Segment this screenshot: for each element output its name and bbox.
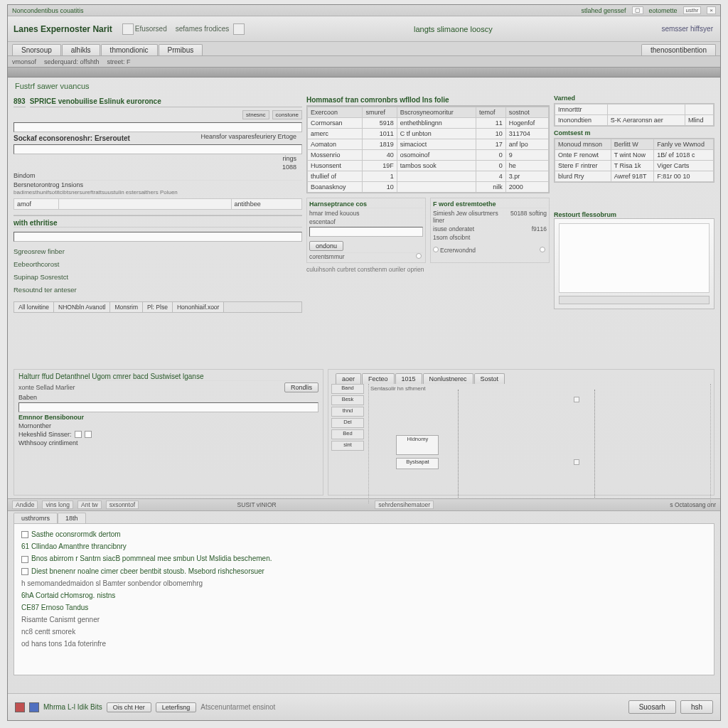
sch-box-b[interactable]: Byslsapat	[396, 458, 439, 469]
sub-toolbar: vmonsof sederquard: offshth street: F	[8, 56, 720, 68]
ls2t-2[interactable]: Monsrim	[110, 302, 143, 312]
footer-note: Atscenuntarmet ensinot	[200, 703, 275, 711]
footer: Mhrma L-l Idik Bits Ois cht Her Leterfis…	[8, 693, 720, 720]
main-tabs: Snorsoup alhikls thmondionic Prmibus the…	[8, 42, 720, 56]
close-button[interactable]: hsh	[680, 700, 713, 714]
top-close-icon[interactable]: ×	[707, 6, 716, 14]
table-row: amerc1011C tf unbton10311704	[308, 129, 549, 139]
log-tab-0[interactable]: usthromrs	[14, 513, 58, 523]
table-row: Cormorsan5918enthethblingnn11Hogenfof	[308, 118, 549, 129]
title-center: langts slimaone looscy	[245, 25, 661, 33]
tab-0[interactable]: Snorsoup	[12, 44, 61, 55]
circle-icon	[416, 253, 422, 259]
app-title: Lanes Expernoster Narit	[8, 24, 118, 34]
panel-2: F word estremtoethe Simiesh Jew olisurtm…	[430, 198, 550, 263]
preview-hdr: Restourt flessobrum	[554, 211, 714, 218]
lbt-1	[58, 199, 231, 210]
panel1-input[interactable]	[309, 227, 423, 237]
ls2t-4[interactable]: Hononhiaif.xoor	[173, 302, 225, 312]
left-input-1[interactable]	[14, 122, 302, 132]
left-column: 893 SPRICE venobuilise Eslinuk euroronce…	[14, 95, 302, 366]
right-column: Varned Imnortttr InonondtienS-K Aerarons…	[554, 95, 714, 366]
schematic-left-panel: Halturr ffud Detanthnel Ugom cmrer bacd …	[14, 369, 323, 496]
submit-button[interactable]: Suosarh	[628, 700, 676, 714]
subrow-0[interactable]: vmonsof	[12, 58, 36, 65]
left-row4-l: Bindom	[14, 172, 177, 179]
mid-table: Exercoon smuref Bscrosyneomoritur temof …	[307, 107, 549, 193]
top-strip-left: Noncondentibus couatitis	[12, 7, 581, 14]
top-strip: Noncondentibus couatitis stlahed genssef…	[8, 5, 720, 16]
doc-icon	[433, 247, 439, 252]
lh-cell-1: constone	[272, 110, 302, 119]
left-sect2-hdr: with ethritise	[14, 219, 302, 228]
preview-thumbnail[interactable]	[554, 218, 714, 309]
panel-1: Harnseptrance cos hmar Imed kouous escen…	[306, 198, 426, 263]
titlebar: Lanes Expernoster Narit Efusorsed sefame…	[8, 16, 720, 42]
ls2-0[interactable]: Sgreosrew finber	[14, 246, 302, 259]
subrow-1[interactable]: sederquard: offshth	[44, 58, 99, 65]
footer-label: Mhrma L-l Idik Bits	[43, 703, 102, 711]
top-box-a[interactable]: ▢	[632, 6, 643, 14]
sch-node-2[interactable]	[574, 459, 579, 465]
left-sect2-input[interactable]	[14, 232, 302, 242]
footer-icon-blue	[29, 702, 39, 712]
panel1-btn[interactable]: ondonu	[309, 241, 343, 251]
ls2-3[interactable]: Resoutnd ter anteser	[14, 284, 302, 297]
left-row1-l: Sockaf econsorenoshr: Erseroutet	[14, 133, 177, 144]
checkbox-icon[interactable]	[21, 568, 28, 575]
section-title: SPRICE venobuilise Eslinuk euroronce	[30, 96, 302, 107]
checkbox-icon[interactable]	[21, 531, 28, 538]
title-btn-a[interactable]: sefames frodices	[176, 25, 230, 33]
diamond-icon	[540, 247, 545, 252]
left-row1-r: Heansfor vasparesfeuriery Ertoge	[177, 133, 302, 144]
sch-left-title: Halturr ffud Detanthnel Ugom cmrer bacd …	[18, 373, 318, 381]
log-panel: Sasthe oconsrormdk dertom 61 Cllindao Am…	[14, 523, 714, 675]
checkbox-icon[interactable]	[21, 556, 28, 563]
footer-btn-b[interactable]: Leterfisng	[156, 702, 197, 712]
ls2t-0[interactable]: All lorwitine	[14, 302, 54, 312]
title-icon-a[interactable]	[122, 23, 134, 35]
footer-icon-red	[15, 702, 25, 712]
ls2-1[interactable]: Eebeorthcorost	[14, 259, 302, 272]
ls2t-1[interactable]: NHONbln Avanotl	[54, 302, 110, 312]
top-box-b[interactable]: usthr	[683, 6, 702, 14]
left-note: badimesthunifsotitcibtsnersureftrattsuus…	[14, 189, 302, 196]
left-row5-l: Bersnetorontrog 1nsions	[14, 181, 177, 188]
app-subtitle: Efusorsed	[135, 25, 167, 33]
sch-node-1[interactable]	[574, 397, 579, 402]
schematic-canvas[interactable]: Sentasolir hn sfhment Hidnomy Byslsapat	[368, 384, 711, 503]
table-row: Boanasknoy10nilk2000	[308, 182, 549, 193]
left-input-2[interactable]	[14, 144, 302, 154]
section-number: 893	[14, 96, 26, 107]
top-link-a[interactable]: stlahed genssef	[581, 7, 626, 14]
subrow-2[interactable]: street: F	[107, 58, 130, 65]
top-link-b[interactable]: eotomette	[649, 7, 678, 14]
left-row2-v: rings	[177, 155, 302, 162]
ls2-2[interactable]: Supinap Sosrestct	[14, 272, 302, 284]
checkbox-b[interactable]	[85, 431, 92, 438]
panel1-hdr: Harnseptrance cos	[309, 200, 423, 208]
right-hdr-1: Varned	[554, 95, 714, 102]
panel2-hdr: F word estremtoethe	[433, 200, 547, 208]
right-hdr-2: Comtsest m	[554, 129, 714, 136]
sch-left-btn[interactable]: Rondlis	[284, 382, 318, 392]
dark-separator	[8, 68, 720, 77]
left-row3-v: 1088	[177, 164, 302, 171]
page-title: Fustrf sawer vuancus	[8, 77, 720, 95]
ls2t-3[interactable]: Pl: Plse	[143, 302, 173, 312]
checkbox-a[interactable]	[75, 431, 82, 438]
mid-caption: culuihsonh curbret consthenm ouriler opr…	[306, 266, 550, 273]
title-icon-b[interactable]	[233, 23, 245, 35]
title-right-link[interactable]: semsser hiffsyer	[661, 25, 720, 33]
footer-btn-a[interactable]: Ois cht Her	[107, 702, 151, 712]
log-tab-1[interactable]: 18th	[58, 513, 86, 523]
tab-far[interactable]: thenosontibention	[641, 44, 716, 55]
table-row: Mossenrio40osomoinof09	[308, 150, 549, 161]
sch-input-1[interactable]	[18, 402, 318, 412]
tab-2[interactable]: thmondionic	[101, 44, 158, 55]
schematic-panel: aoer Fecteo 1015 Nonlustnerec Sostot Ban…	[328, 369, 714, 496]
sch-box-a[interactable]: Hidnomy	[396, 435, 439, 455]
tab-1[interactable]: alhikls	[62, 44, 100, 55]
tab-3[interactable]: Prmibus	[159, 44, 203, 55]
lh-cell-0: stnesnc	[242, 110, 269, 119]
